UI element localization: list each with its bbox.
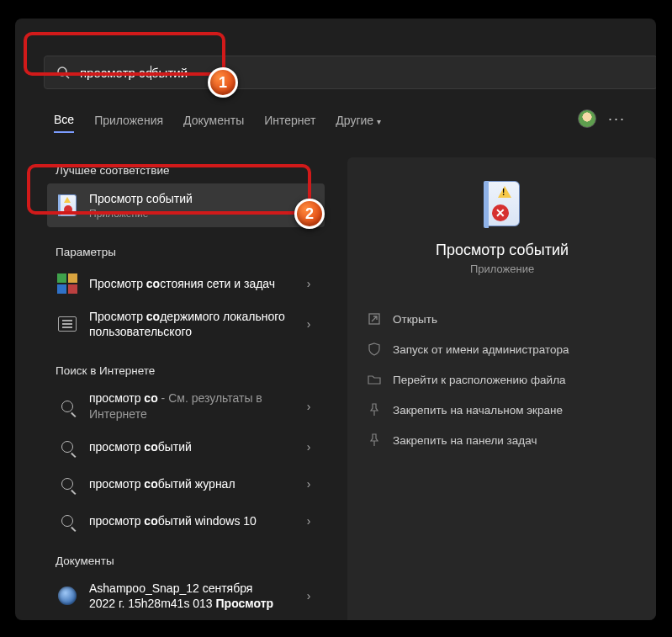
annotation-badge-2: 2 [294,199,325,229]
result-title: Просмотр содержимого локального пользова… [89,309,301,339]
action-pin-to-taskbar[interactable]: Закрепить на панели задач [347,425,656,455]
section-best-match: Лучшее соответствие [47,157,325,183]
tab-internet[interactable]: Интернет [264,114,315,132]
action-run-as-admin[interactable]: Запуск от имени администратора [347,334,656,364]
result-title: Просмотр состояния сети и задач [89,276,301,291]
folder-icon [368,373,381,386]
action-label: Запуск от имени администратора [393,343,569,356]
result-title: Ashampoo_Snap_12 сентября2022 г. 15h28m4… [89,581,301,611]
annotation-badge-1: 1 [208,67,238,98]
result-event-viewer[interactable]: Просмотр событий Приложение [47,183,325,227]
action-open-file-location[interactable]: Перейти к расположению файла [347,364,656,395]
result-title: просмотр со - См. результаты в Интернете [89,390,301,421]
result-web-search-1[interactable]: просмотр событий › [47,428,325,465]
search-icon [56,66,70,79]
pin-icon [368,433,381,447]
open-icon [368,312,381,326]
svg-point-0 [58,67,66,76]
search-icon [56,395,79,418]
network-status-icon [56,272,79,295]
tab-all[interactable]: Все [54,113,74,133]
results-column: Лучшее соответствие Просмотр событий При… [47,157,325,618]
search-text-before-cursor: просмотр со [80,66,152,80]
details-panel: ✕ Просмотр событий Приложение Открыть За… [347,157,656,620]
user-avatar[interactable] [578,109,596,128]
chevron-down-icon: ▾ [377,117,381,126]
result-document-0[interactable]: Ashampoo_Snap_12 сентября2022 г. 15h28m4… [47,574,325,618]
result-network-status[interactable]: Просмотр состояния сети и задач › [47,265,325,302]
section-documents: Документы [47,548,325,574]
action-label: Перейти к расположению файла [393,374,566,386]
action-pin-to-start[interactable]: Закрепить на начальном экране [347,395,656,425]
filter-tabs: Все Приложения Документы Интернет Другие… [54,113,656,133]
search-bar-container: просмотр событий [44,56,656,89]
details-subtitle: Приложение [347,263,656,275]
tab-documents[interactable]: Документы [183,114,244,132]
result-title: Просмотр событий [89,191,316,206]
pin-icon [368,403,381,417]
result-subtitle: Приложение [89,208,316,220]
chevron-right-icon: › [301,589,316,602]
tabs-right-controls: ··· [578,109,626,128]
result-title: просмотр событий журнал [89,476,301,491]
chevron-right-icon: › [301,440,316,454]
more-options-button[interactable]: ··· [608,110,626,128]
search-icon [56,509,79,533]
chevron-right-icon: › [301,477,316,491]
action-label: Закрепить на начальном экране [393,404,563,417]
result-local-user-contents[interactable]: Просмотр содержимого локального пользова… [47,302,325,346]
action-label: Закрепить на панели задач [393,434,537,447]
search-icon [56,472,79,496]
event-viewer-icon [56,194,79,217]
section-settings: Параметры [47,239,325,265]
search-window: просмотр событий Все Приложения Документ… [15,19,656,620]
tab-apps[interactable]: Приложения [94,114,163,132]
event-viewer-icon-large: ✕ [483,181,521,228]
globe-icon [56,584,79,608]
tab-other[interactable]: Другие▾ [336,114,381,132]
chevron-right-icon: › [301,400,316,413]
result-web-search-2[interactable]: просмотр событий журнал › [47,465,325,502]
result-title: просмотр событий windows 10 [89,513,301,528]
chevron-right-icon: › [301,317,316,331]
action-label: Открыть [393,313,437,326]
details-title: Просмотр событий [347,242,656,259]
result-web-search-3[interactable]: просмотр событий windows 10 › [47,502,325,539]
svg-line-1 [66,75,69,78]
search-text-after-cursor: бытий [151,66,188,80]
search-icon [56,435,79,459]
result-web-search-0[interactable]: просмотр со - См. результаты в Интернете… [47,384,325,427]
action-open[interactable]: Открыть [347,304,656,334]
chevron-right-icon: › [301,277,316,290]
result-title: просмотр событий [89,439,301,454]
search-bar[interactable]: просмотр событий [44,56,656,89]
shield-icon [368,342,381,356]
chevron-right-icon: › [301,514,316,528]
section-web-search: Поиск в Интернете [47,358,325,384]
computer-icon [56,312,79,336]
